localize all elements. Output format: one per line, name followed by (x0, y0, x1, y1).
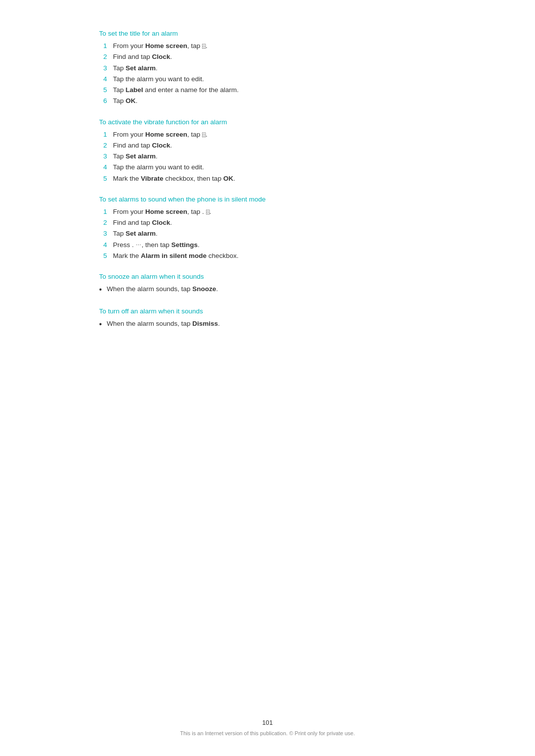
list-number: 1 (99, 207, 107, 217)
list-number: 1 (99, 130, 107, 140)
section-title-silent: To set alarms to sound when the phone is… (99, 196, 456, 203)
section-title-vibrate: To activate the vibrate function for an … (99, 118, 456, 126)
list-number: 4 (99, 74, 107, 84)
list-item: 2 Find and tap Clock. (99, 141, 456, 151)
section-activate-vibrate: To activate the vibrate function for an … (79, 118, 456, 184)
list-number: 3 (99, 229, 107, 239)
section-set-title: To set the title for an alarm 1 From you… (79, 30, 456, 106)
list-number: 5 (99, 251, 107, 261)
list-item: 2 Find and tap Clock. (99, 218, 456, 228)
list-item: • When the alarm sounds, tap Snooze. (99, 284, 456, 296)
list-number: 2 (99, 141, 107, 151)
list-item: 1 From your Home screen, tap ⌹. (99, 41, 456, 51)
list-item: 5 Tap Label and enter a name for the ala… (99, 85, 456, 95)
page-footer: 101 This is an Internet version of this … (0, 719, 535, 736)
section-snooze: To snooze an alarm when it sounds • When… (79, 273, 456, 296)
list-item: 1 From your Home screen, tap ⌹. (99, 130, 456, 140)
list-number: 4 (99, 240, 107, 250)
section-silent-mode: To set alarms to sound when the phone is… (79, 196, 456, 261)
bullet-list-snooze: • When the alarm sounds, tap Snooze. (99, 284, 456, 296)
list-text: Tap the alarm you want to edit. (113, 74, 204, 84)
list-text: From your Home screen, tap ⌹. (113, 130, 208, 140)
list-item: • When the alarm sounds, tap Dismiss. (99, 319, 456, 330)
list-number: 5 (99, 85, 107, 95)
bullet-list-turn-off: • When the alarm sounds, tap Dismiss. (99, 319, 456, 330)
list-text: Tap Set alarm. (113, 229, 158, 239)
list-text: Press . ⋯, then tap Settings. (113, 240, 200, 250)
list-item: 6 Tap OK. (99, 96, 456, 106)
list-item: 3 Tap Set alarm. (99, 63, 456, 73)
list-item: 5 Mark the Alarm in silent mode checkbox… (99, 251, 456, 261)
list-text: From your Home screen, tap ⌹. (113, 41, 208, 51)
page-content: To set the title for an alarm 1 From you… (0, 0, 535, 382)
list-item: 3 Tap Set alarm. (99, 229, 456, 239)
list-number: 6 (99, 96, 107, 106)
section-title-set-title: To set the title for an alarm (99, 30, 456, 37)
list-item: 2 Find and tap Clock. (99, 52, 456, 62)
bullet-dot: • (99, 284, 102, 296)
numbered-list-set-title: 1 From your Home screen, tap ⌹. 2 Find a… (99, 41, 456, 106)
list-item: 4 Tap the alarm you want to edit. (99, 74, 456, 84)
list-item: 4 Tap the alarm you want to edit. (99, 162, 456, 172)
section-turn-off: To turn off an alarm when it sounds • Wh… (79, 307, 456, 330)
list-number: 3 (99, 151, 107, 161)
list-text: Tap Label and enter a name for the alarm… (113, 85, 239, 95)
list-text: Find and tap Clock. (113, 218, 172, 228)
section-title-turn-off: To turn off an alarm when it sounds (99, 307, 456, 315)
list-text: Tap Set alarm. (113, 151, 158, 161)
list-text: Find and tap Clock. (113, 141, 172, 151)
list-item: 3 Tap Set alarm. (99, 151, 456, 161)
list-text: Tap the alarm you want to edit. (113, 162, 204, 172)
list-text: Mark the Alarm in silent mode checkbox. (113, 251, 239, 261)
bullet-text: When the alarm sounds, tap Dismiss. (107, 319, 220, 330)
list-number: 4 (99, 162, 107, 172)
bullet-dot: • (99, 318, 102, 330)
list-text: Mark the Vibrate checkbox, then tap OK. (113, 174, 235, 184)
list-text: Tap OK. (113, 96, 138, 106)
list-item: 1 From your Home screen, tap . ⌹. (99, 207, 456, 217)
list-text: Tap Set alarm. (113, 63, 158, 73)
list-text: Find and tap Clock. (113, 52, 172, 62)
list-number: 1 (99, 41, 107, 51)
list-number: 3 (99, 63, 107, 73)
list-number: 2 (99, 218, 107, 228)
page-number: 101 (0, 719, 535, 726)
list-number: 2 (99, 52, 107, 62)
bullet-text: When the alarm sounds, tap Snooze. (107, 284, 218, 296)
section-title-snooze: To snooze an alarm when it sounds (99, 273, 456, 280)
list-number: 5 (99, 174, 107, 184)
numbered-list-vibrate: 1 From your Home screen, tap ⌹. 2 Find a… (99, 130, 456, 184)
numbered-list-silent: 1 From your Home screen, tap . ⌹. 2 Find… (99, 207, 456, 261)
footer-note: This is an Internet version of this publ… (0, 730, 535, 736)
list-item: 4 Press . ⋯, then tap Settings. (99, 240, 456, 250)
list-item: 5 Mark the Vibrate checkbox, then tap OK… (99, 174, 456, 184)
list-text: From your Home screen, tap . ⌹. (113, 207, 211, 217)
